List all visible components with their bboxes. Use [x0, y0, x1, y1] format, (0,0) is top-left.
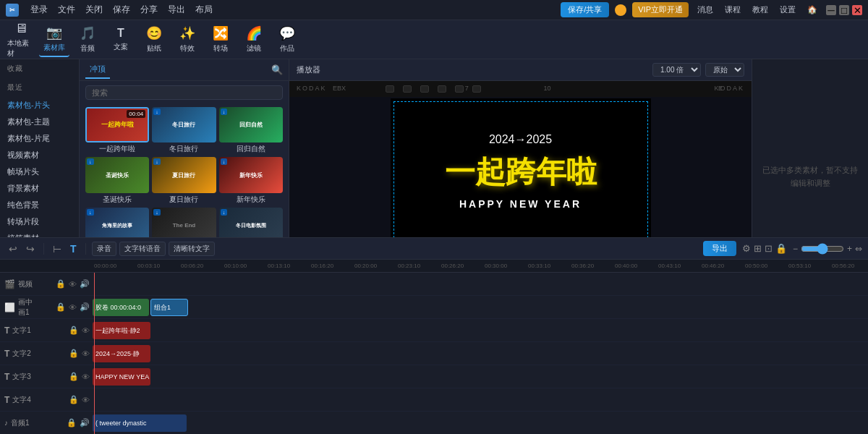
save-share-button[interactable]: 保存/共享: [561, 2, 609, 17]
speech-to-text-btn[interactable]: 清晰转文字: [169, 242, 215, 256]
left-item-5[interactable]: 背景素材: [0, 180, 79, 197]
zoom-in-icon[interactable]: +: [847, 244, 852, 254]
home-icon[interactable]: 🏠: [804, 4, 820, 16]
menu-close[interactable]: 关闭: [85, 4, 103, 16]
menu-file[interactable]: 文件: [58, 4, 75, 16]
media-tab-active[interactable]: 冲顶: [85, 61, 110, 79]
track-lock-video[interactable]: 🔒: [56, 279, 66, 289]
toolbar-media-label: 素材库: [43, 43, 65, 53]
search-input[interactable]: [85, 85, 283, 100]
track-row-text4: T 文字4 🔒 👁: [0, 388, 868, 412]
menu-export[interactable]: 导出: [168, 4, 185, 16]
toolbar-effect[interactable]: ✨ 特效: [172, 22, 203, 56]
clip-text2[interactable]: 2024→2025·静: [93, 345, 150, 362]
vip-button[interactable]: VIP立即开通: [632, 2, 689, 17]
track-speaker-video[interactable]: 🔊: [80, 279, 90, 289]
toolbar-sticker[interactable]: 😊 贴纸: [139, 22, 169, 56]
track-row-pip1: ⬜ 画中画1 🔒 👁 🔊 胶卷 00:00:04:0 组合1: [0, 296, 868, 319]
toolbar-local[interactable]: 🖥 本地素材: [6, 18, 36, 61]
track-area-audio1: ( tweeter dynastic: [93, 412, 868, 434]
track-eye-text2[interactable]: 👁: [82, 349, 90, 358]
text-to-speech-btn[interactable]: 文字转语音: [119, 242, 166, 256]
clip-film-reel[interactable]: 胶卷 00:00:04:0: [93, 299, 149, 316]
media-thumb-1[interactable]: 一起跨年啦 00:04 一起跨年啦: [85, 107, 149, 155]
audio1-track-icon: ♪: [4, 419, 8, 427]
message-btn[interactable]: 消息: [694, 3, 716, 17]
media-thumb-6[interactable]: 新年快乐 ↓ 新年快乐: [219, 157, 283, 205]
media-thumb-3[interactable]: 回归自然 ↓ 回归自然: [219, 107, 283, 155]
toolbar-filter[interactable]: 🌈 滤镜: [239, 22, 269, 56]
settings-btn[interactable]: 设置: [777, 3, 799, 17]
media-thumb-5[interactable]: 夏日旅行 ↓ 夏日旅行: [152, 157, 216, 205]
track-speaker-audio1[interactable]: 🔊: [80, 418, 90, 427]
track-lock-text1[interactable]: 🔒: [69, 326, 79, 335]
maximize-button[interactable]: □: [839, 5, 849, 15]
left-item-1[interactable]: 素材包-主题: [0, 114, 79, 130]
clip-text1[interactable]: 一起跨年啦·静2: [93, 322, 150, 339]
left-item-2[interactable]: 素材包-片尾: [0, 130, 79, 147]
left-item-3[interactable]: 视频素材: [0, 147, 79, 163]
clip-text1-label: 一起跨年啦·静2: [95, 326, 140, 336]
fit-dropdown[interactable]: 原始: [705, 63, 744, 77]
thumb-download-2: ↓: [153, 109, 161, 115]
redo-btn[interactable]: ↪: [23, 242, 38, 256]
track-eye-pip1[interactable]: 👁: [69, 303, 77, 312]
timeline-lock-icon[interactable]: 🔒: [775, 243, 787, 254]
toolbar-filter-label: 滤镜: [247, 43, 261, 54]
split-btn[interactable]: ⊢: [50, 242, 64, 256]
ruler-mark-0: 00:00:00: [94, 263, 137, 269]
track-lock-text3[interactable]: 🔒: [69, 372, 79, 381]
clip-text3[interactable]: HAPPY NEW YEA: [93, 368, 150, 386]
track-eye-text4[interactable]: 👁: [82, 396, 90, 404]
timeline-snap-icon[interactable]: ⊡: [765, 243, 773, 254]
toolbar-caption[interactable]: 💬 作品: [272, 22, 302, 56]
media-thumb-4[interactable]: 圣诞快乐 ↓ 圣诞快乐: [85, 157, 149, 205]
expand-icon[interactable]: ⇔: [855, 244, 862, 254]
track-eye-text1[interactable]: 👁: [82, 326, 90, 335]
track-lock-pip1[interactable]: 🔒: [56, 302, 66, 312]
left-item-6[interactable]: 纯色背景: [0, 197, 79, 213]
menu-layout[interactable]: 布局: [195, 4, 213, 16]
track-lock-audio1[interactable]: 🔒: [67, 418, 77, 427]
toolbar-media[interactable]: 📷 素材库: [39, 22, 69, 57]
track-eye-video[interactable]: 👁: [69, 280, 77, 289]
media-thumb-2[interactable]: 冬日旅行 ↓ 冬日旅行: [152, 107, 216, 155]
toolbar-text[interactable]: T 文案: [106, 24, 136, 55]
logo-icon: ✂: [6, 4, 19, 17]
record-btn[interactable]: 录音: [92, 242, 116, 256]
track-eye-text3[interactable]: 👁: [82, 373, 90, 381]
menu-save[interactable]: 保存: [113, 4, 130, 16]
minimize-button[interactable]: ─: [826, 5, 836, 15]
menu-share[interactable]: 分享: [140, 4, 158, 16]
track-lock-text4[interactable]: 🔒: [69, 395, 79, 404]
media-search-icon[interactable]: 🔍: [271, 64, 283, 75]
zoom-dropdown[interactable]: 1.00 倍: [652, 63, 701, 77]
track-label-text3: T 文字3: [0, 372, 43, 382]
zoom-out-icon[interactable]: −: [793, 244, 798, 254]
undo-btn[interactable]: ↩: [6, 242, 20, 256]
timeline-grid-icon[interactable]: ⊞: [754, 243, 762, 254]
timeline-settings-icon[interactable]: ⚙: [742, 243, 751, 254]
toolbar-audio[interactable]: 🎵 音频: [72, 22, 103, 56]
track-lock-text2[interactable]: 🔒: [69, 349, 79, 358]
preview-dashed-border: [393, 101, 648, 242]
tutorial-btn[interactable]: 教程: [749, 3, 771, 17]
film-number-7: 7: [465, 85, 469, 92]
toolbar-transition[interactable]: 🔀 转场: [205, 22, 236, 56]
clip-combo-label: 组合1: [154, 303, 171, 312]
menu-login[interactable]: 登录: [30, 4, 48, 16]
left-item-4[interactable]: 帧场片头: [0, 163, 79, 180]
thumb-label-2: 冬日旅行: [152, 144, 216, 154]
export-btn[interactable]: 导出: [703, 241, 736, 256]
zoom-slider[interactable]: [801, 243, 844, 255]
left-item-0[interactable]: 素材包-片头: [0, 97, 79, 114]
left-item-7[interactable]: 转场片段: [0, 213, 79, 230]
close-button[interactable]: ✕: [852, 5, 862, 15]
text-btn-t[interactable]: T: [67, 242, 80, 256]
track-controls-audio1: 🔒 🔊: [43, 418, 93, 427]
track-row-text2: T 文字2 🔒 👁 2024→2025·静: [0, 342, 868, 365]
course-btn[interactable]: 课程: [722, 3, 744, 17]
clip-combo1[interactable]: 组合1: [150, 299, 188, 316]
clip-audio1[interactable]: ( tweeter dynastic: [93, 414, 187, 432]
track-speaker-pip1[interactable]: 🔊: [80, 302, 90, 312]
